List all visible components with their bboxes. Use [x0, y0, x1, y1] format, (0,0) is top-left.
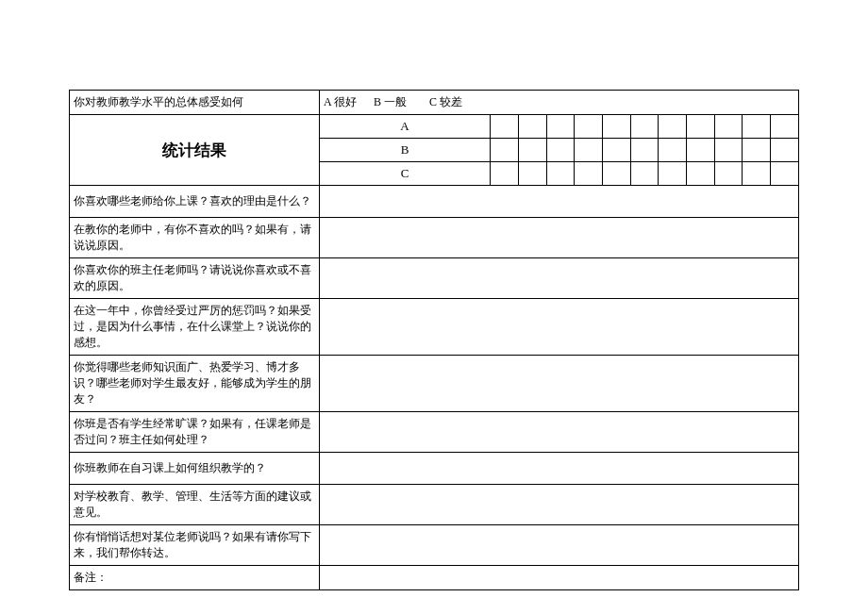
open-question-row: 你喜欢你的班主任老师吗？请说说你喜欢或不喜欢的原因。: [70, 258, 799, 299]
open-question-row: 你觉得哪些老师知识面广、热爱学习、博才多识？哪些老师对学生最友好，能够成为学生的…: [70, 356, 799, 412]
stats-cell: [546, 162, 575, 186]
open-answer-cell: [319, 485, 798, 525]
stats-cell: [575, 162, 603, 186]
open-question-text: 在教你的老师中，有你不喜欢的吗？如果有，请说说原因。: [70, 218, 320, 258]
rating-options-text: A 很好 B 一般 C 较差: [319, 91, 798, 115]
remarks-label: 备注：: [70, 566, 320, 590]
stats-cell: [518, 162, 546, 186]
stats-cell: [771, 162, 799, 186]
stats-cell: [546, 115, 575, 139]
rating-question-row: 你对教师教学水平的总体感受如何 A 很好 B 一般 C 较差: [70, 91, 799, 115]
stats-cell: [714, 139, 743, 162]
stats-cell: [714, 115, 743, 139]
stats-cell: [602, 115, 630, 139]
stats-cell: [687, 115, 715, 139]
stats-cell: [491, 139, 519, 162]
stats-cell: [491, 162, 519, 186]
stats-cell: [659, 139, 687, 162]
stats-letter-a: A: [319, 115, 490, 139]
open-question-text: 你喜欢哪些老师给你上课？喜欢的理由是什么？: [70, 186, 320, 218]
open-answer-cell: [319, 218, 798, 258]
stats-cell: [743, 139, 771, 162]
stats-cell: [743, 115, 771, 139]
open-question-text: 你有悄悄话想对某位老师说吗？如果有请你写下来，我们帮你转达。: [70, 525, 320, 566]
stats-cell: [687, 162, 715, 186]
stats-cell: [546, 139, 575, 162]
stats-cell: [491, 115, 519, 139]
open-question-text: 你班教师在自习课上如何组织教学的？: [70, 453, 320, 485]
open-answer-cell: [319, 356, 798, 412]
open-answer-cell: [319, 186, 798, 218]
open-question-row: 在教你的老师中，有你不喜欢的吗？如果有，请说说原因。: [70, 218, 799, 258]
stats-cell: [518, 139, 546, 162]
stats-cell: [630, 162, 659, 186]
stats-header: 统计结果: [70, 115, 320, 186]
stats-cell: [771, 139, 799, 162]
stats-letter-b: B: [319, 139, 490, 162]
open-question-text: 对学校教育、教学、管理、生活等方面的建议或意见。: [70, 485, 320, 525]
open-question-row: 你班是否有学生经常旷课？如果有，任课老师是否过问？班主任如何处理？: [70, 412, 799, 453]
rating-question-text: 你对教师教学水平的总体感受如何: [70, 91, 320, 115]
stats-cell: [771, 115, 799, 139]
remarks-row: 备注：: [70, 566, 799, 590]
open-answer-cell: [319, 299, 798, 356]
page-container: 你对教师教学水平的总体感受如何 A 很好 B 一般 C 较差 统计结果 A B …: [0, 0, 868, 614]
stats-cell: [714, 162, 743, 186]
stats-cell: [602, 139, 630, 162]
stats-cell: [575, 115, 603, 139]
open-question-row: 你喜欢哪些老师给你上课？喜欢的理由是什么？: [70, 186, 799, 218]
stats-row-a: 统计结果 A: [70, 115, 799, 139]
open-question-text: 你班是否有学生经常旷课？如果有，任课老师是否过问？班主任如何处理？: [70, 412, 320, 453]
stats-cell: [687, 139, 715, 162]
stats-cell: [630, 115, 659, 139]
stats-cell: [602, 162, 630, 186]
open-question-text: 你喜欢你的班主任老师吗？请说说你喜欢或不喜欢的原因。: [70, 258, 320, 299]
stats-cell: [630, 139, 659, 162]
open-question-text: 在这一年中，你曾经受过严厉的惩罚吗？如果受过，是因为什么事情，在什么课堂上？说说…: [70, 299, 320, 356]
stats-cell: [518, 115, 546, 139]
open-answer-cell: [319, 412, 798, 453]
remarks-cell: [319, 566, 798, 590]
open-question-text: 你觉得哪些老师知识面广、热爱学习、博才多识？哪些老师对学生最友好，能够成为学生的…: [70, 356, 320, 412]
stats-cell: [659, 115, 687, 139]
open-question-row: 对学校教育、教学、管理、生活等方面的建议或意见。: [70, 485, 799, 525]
open-answer-cell: [319, 525, 798, 566]
survey-table: 你对教师教学水平的总体感受如何 A 很好 B 一般 C 较差 统计结果 A B …: [69, 90, 799, 590]
open-answer-cell: [319, 258, 798, 299]
open-question-row: 你班教师在自习课上如何组织教学的？: [70, 453, 799, 485]
stats-cell: [743, 162, 771, 186]
stats-letter-c: C: [319, 162, 490, 186]
open-answer-cell: [319, 453, 798, 485]
open-question-row: 你有悄悄话想对某位老师说吗？如果有请你写下来，我们帮你转达。: [70, 525, 799, 566]
open-question-row: 在这一年中，你曾经受过严厉的惩罚吗？如果受过，是因为什么事情，在什么课堂上？说说…: [70, 299, 799, 356]
stats-cell: [659, 162, 687, 186]
stats-cell: [575, 139, 603, 162]
